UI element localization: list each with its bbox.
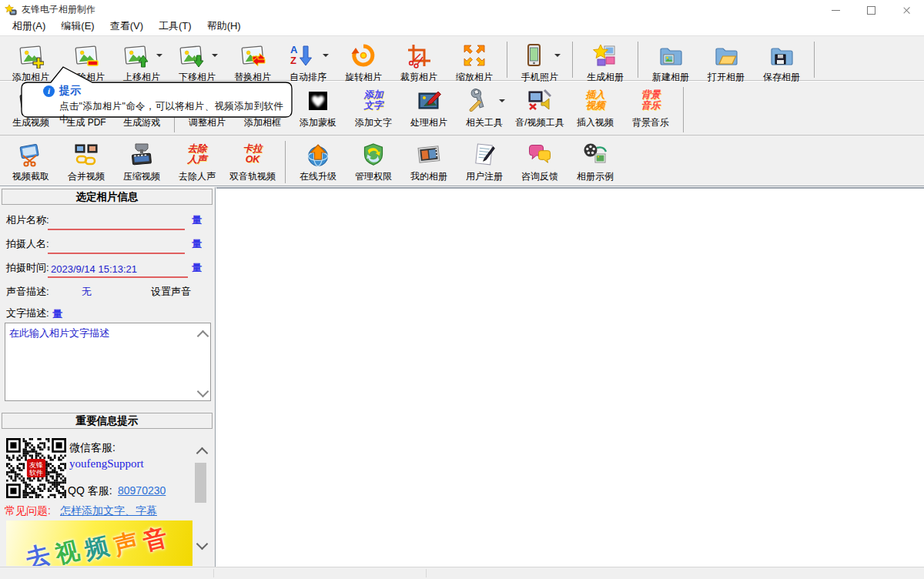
status-bar-divider xyxy=(426,569,427,577)
faq-label: 常见问题: xyxy=(5,504,51,518)
dual-track-video-button[interactable]: 卡拉 OK双音轨视频 xyxy=(225,139,280,185)
online-upgrade-label: 在线升级 xyxy=(300,170,336,183)
menu-help[interactable]: 帮助(H) xyxy=(199,17,249,35)
photo-name-batch-button[interactable]: 量 xyxy=(192,213,202,227)
insert-video-button[interactable]: 插入 视频插入视频 xyxy=(567,85,623,131)
related-tools-button[interactable]: 相关工具 xyxy=(457,85,512,131)
photographer-batch-button[interactable]: 量 xyxy=(192,237,202,251)
svg-text:软件: 软件 xyxy=(29,469,43,477)
remove-vocal-icon: 去除 人声 xyxy=(183,141,211,169)
process-photo-button[interactable]: 处理相片 xyxy=(401,85,457,131)
add-mask-label: 添加蒙板 xyxy=(300,116,336,129)
shoot-time-input[interactable]: 2023/9/14 15:13:21 xyxy=(48,263,188,278)
set-sound-button[interactable]: 设置声音 xyxy=(151,285,191,299)
crop-photo-button[interactable]: 裁剪相片 xyxy=(391,39,447,85)
toolbar-separator xyxy=(572,42,573,78)
new-album-icon xyxy=(657,42,685,69)
open-album-button[interactable]: 打开相册 xyxy=(698,39,754,85)
compress-video-button[interactable]: 压缩视频 xyxy=(114,139,169,185)
bg-music-button[interactable]: 背景 音乐背景音乐 xyxy=(623,85,678,131)
sidebar-scroll-down-icon[interactable] xyxy=(196,538,209,551)
maximize-icon xyxy=(867,6,875,15)
my-albums-button[interactable]: 我的相册 xyxy=(401,139,457,185)
promo-banner[interactable]: 去视频声音 xyxy=(6,520,192,566)
av-tools-button[interactable]: 音/视频工具 xyxy=(512,85,567,131)
generate-album-button[interactable]: 生成相册 xyxy=(578,39,633,85)
photo-name-input[interactable] xyxy=(48,216,185,230)
process-photo-label: 处理相片 xyxy=(410,116,447,129)
toolbar-row-3: 视频截取合并视频压缩视频去除 人声去除人声卡拉 OK双音轨视频在线升级管理权限我… xyxy=(0,136,924,186)
album-canvas[interactable] xyxy=(216,187,924,567)
rotate-photo-button[interactable]: 旋转相片 xyxy=(336,39,391,85)
qq-service-label: QQ 客服: xyxy=(68,484,112,498)
menu-album[interactable]: 相册(A) xyxy=(5,17,53,35)
compress-video-icon xyxy=(128,141,156,169)
sidebar-scroll-up-icon[interactable] xyxy=(196,447,209,460)
user-register-label: 用户注册 xyxy=(466,170,503,183)
toolbar-separator xyxy=(507,42,507,78)
menu-tools[interactable]: 工具(T) xyxy=(151,17,199,35)
app-icon xyxy=(5,4,17,16)
add-text-icon: 添加 文字 xyxy=(360,87,387,115)
menu-view[interactable]: 查看(V) xyxy=(102,17,151,35)
title-bar: 友锋电子相册制作 xyxy=(0,0,924,17)
crop-photo-icon xyxy=(405,42,433,69)
add-text-button[interactable]: 添加 文字添加文字 xyxy=(346,85,401,131)
toolbar-separator xyxy=(638,42,638,78)
qq-service-link[interactable]: 80970230 xyxy=(118,484,166,497)
video-capture-button[interactable]: 视频截取 xyxy=(3,139,59,185)
bg-music-label: 背景音乐 xyxy=(632,116,669,129)
related-tools-label: 相关工具 xyxy=(466,116,503,129)
info-icon: i xyxy=(43,85,55,97)
tooltip-title: 提示 xyxy=(59,84,81,98)
text-desc-label: 文字描述: xyxy=(6,306,49,320)
dropdown-arrow-icon[interactable] xyxy=(212,54,218,57)
online-upgrade-button[interactable]: 在线升级 xyxy=(290,139,346,185)
av-tools-icon xyxy=(526,87,554,115)
rotate-photo-icon xyxy=(350,42,377,69)
scale-photo-button[interactable]: 缩放相片 xyxy=(447,39,502,85)
dual-track-video-label: 双音轨视频 xyxy=(229,170,276,183)
process-photo-icon xyxy=(415,87,443,115)
window-title: 友锋电子相册制作 xyxy=(22,3,95,16)
new-album-button[interactable]: 新建相册 xyxy=(643,39,698,85)
compress-video-label: 压缩视频 xyxy=(123,170,160,183)
tooltip-text: 点击"添加相片"命令，可以将相片、视频添加到软件中。 xyxy=(59,100,299,126)
phone-photos-button[interactable]: 手机照片 xyxy=(512,39,567,85)
user-register-button[interactable]: 用户注册 xyxy=(457,139,512,185)
photographer-input[interactable] xyxy=(48,239,185,254)
bg-music-icon: 背景 音乐 xyxy=(637,87,665,115)
save-album-button[interactable]: 保存相册 xyxy=(754,39,809,85)
dropdown-arrow-icon[interactable] xyxy=(554,54,561,57)
minimize-icon xyxy=(832,10,840,11)
manage-permissions-button[interactable]: 管理权限 xyxy=(346,139,401,185)
sound-desc-value: 无 xyxy=(82,285,92,299)
insert-video-label: 插入视频 xyxy=(577,116,614,129)
save-album-icon xyxy=(768,42,795,69)
feedback-button[interactable]: 咨询反馈 xyxy=(512,139,567,185)
dropdown-arrow-icon[interactable] xyxy=(323,54,329,57)
svg-text:友锋: 友锋 xyxy=(29,461,43,469)
sidebar: 选定相片信息 相片名称: 量 拍摄人名: 量 拍摄时间: 2023/9/14 1… xyxy=(0,187,216,567)
tooltip-popup: i 提示 点击"添加相片"命令，可以将相片、视频添加到软件中。 xyxy=(15,63,299,122)
merge-video-button[interactable]: 合并视频 xyxy=(59,139,114,185)
sound-desc-label: 声音描述: xyxy=(6,285,49,299)
faq-link[interactable]: 怎样添加文字、字幕 xyxy=(60,504,157,518)
shoot-time-label: 拍摄时间: xyxy=(6,261,49,275)
manage-permissions-icon xyxy=(360,141,387,169)
sidebar-scroll-thumb[interactable] xyxy=(195,463,206,503)
text-desc-batch-button[interactable]: 量 xyxy=(52,307,62,321)
av-tools-label: 音/视频工具 xyxy=(515,116,564,129)
svg-text:A: A xyxy=(290,44,298,55)
open-album-icon xyxy=(712,42,740,69)
shoot-time-batch-button[interactable]: 量 xyxy=(192,261,202,275)
dropdown-arrow-icon[interactable] xyxy=(499,99,505,102)
related-tools-icon xyxy=(464,87,492,115)
my-albums-icon xyxy=(415,141,443,169)
remove-vocal-button[interactable]: 去除 人声去除人声 xyxy=(169,139,225,185)
dropdown-arrow-icon[interactable] xyxy=(156,54,162,57)
album-examples-button[interactable]: 相册示例 xyxy=(567,139,623,185)
menu-edit[interactable]: 编辑(E) xyxy=(53,17,102,35)
close-icon xyxy=(902,6,911,15)
photo-description-textarea[interactable]: 在此输入相片文字描述 xyxy=(5,323,211,401)
